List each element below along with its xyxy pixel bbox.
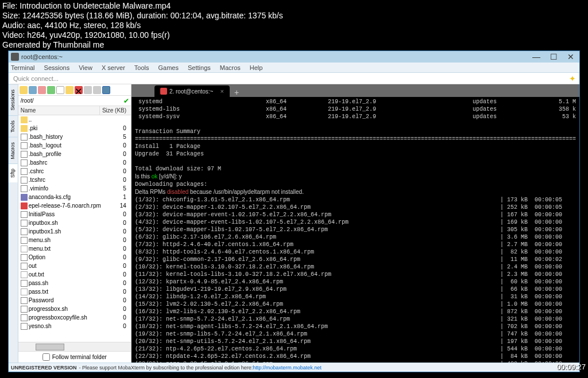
file-icon <box>21 134 28 141</box>
menu-view[interactable]: View <box>79 64 92 71</box>
col-size[interactable]: Size (KB) <box>100 106 131 115</box>
file-row[interactable]: menu.txt0 <box>18 244 131 253</box>
overlay-video: Video: h264, yuv420p, 1920x1080, 10.00 f… <box>2 30 283 40</box>
file-row[interactable]: .bash_profile0 <box>18 150 131 158</box>
maximize-button[interactable]: ☐ <box>545 51 562 63</box>
file-icon <box>21 168 28 175</box>
file-icon <box>21 211 28 218</box>
star-icon[interactable]: ✦ <box>569 74 576 83</box>
file-icon <box>21 177 28 184</box>
terminal-tab-icon <box>160 88 167 95</box>
file-row[interactable]: Password0 <box>18 296 131 305</box>
tab-add-icon[interactable]: + <box>234 88 239 97</box>
file-row[interactable]: anaconda-ks.cfg1 <box>18 193 131 201</box>
terminal[interactable]: systemd x86_64 219-19.el7_2.9 updates 5.… <box>131 97 579 363</box>
path-go-icon[interactable]: ✔ <box>122 97 131 105</box>
file-row[interactable]: .tcshrc0 <box>18 176 131 184</box>
file-row[interactable]: Option0 <box>18 253 131 262</box>
mobaxterm-window: root@centos:~ — ☐ ✕ Terminal Sessions Vi… <box>8 50 580 372</box>
file-icon <box>21 185 28 192</box>
file-icon <box>21 297 28 304</box>
menu-terminal[interactable]: Terminal <box>11 64 35 71</box>
menu-macros[interactable]: Macros <box>220 64 241 71</box>
file-size: 0 <box>103 254 129 260</box>
view-icon[interactable] <box>102 86 110 94</box>
horizontal-scrollbar[interactable] <box>18 342 131 351</box>
file-row[interactable]: inputbox.sh0 <box>18 219 131 227</box>
hidden-icon[interactable] <box>93 86 101 94</box>
file-name: .tcshrc <box>29 177 103 183</box>
delete-icon[interactable]: ✕ <box>75 86 83 94</box>
file-icon <box>21 254 28 261</box>
file-name: inputbox1.sh <box>29 228 103 235</box>
terminal-tab-label: 2. root@centos:~ <box>169 88 214 95</box>
file-size: 0 <box>103 280 129 286</box>
file-row[interactable]: .cshrc0 <box>18 167 131 176</box>
col-name[interactable]: Name <box>18 106 100 115</box>
titlebar[interactable]: root@centos:~ — ☐ ✕ <box>9 51 579 63</box>
file-row[interactable]: out0 <box>18 262 131 270</box>
file-size: 0 <box>103 245 129 252</box>
file-row[interactable]: .bash_logout0 <box>18 141 131 150</box>
menu-settings[interactable]: Settings <box>188 64 211 71</box>
statusbar-link[interactable]: http://mobaxterm.mobatek.net <box>253 365 322 371</box>
file-row[interactable]: out.txt0 <box>18 270 131 279</box>
file-size: 0 <box>103 228 129 235</box>
file-name: .. <box>29 116 103 123</box>
sidebar-tab-tools[interactable]: Tools <box>9 115 18 137</box>
unregistered-label: UNREGISTERED VERSION <box>11 365 77 371</box>
file-name: pass.sh <box>29 280 103 286</box>
file-name: .bashrc <box>29 159 103 166</box>
file-row[interactable]: progressboxcopyfile.sh0 <box>18 313 131 322</box>
file-row[interactable]: .viminfo5 <box>18 184 131 193</box>
file-row[interactable]: epel-release-7-6.noarch.rpm14 <box>18 201 131 210</box>
newfile-icon[interactable] <box>56 86 64 94</box>
file-row[interactable]: .bashrc0 <box>18 158 131 167</box>
file-name: .viminfo <box>29 185 103 192</box>
terminal-tab[interactable]: 2. root@centos:~ × <box>154 85 230 97</box>
refresh-icon[interactable] <box>47 86 55 94</box>
folder-icon[interactable] <box>20 86 28 94</box>
thumbnail-overlay: File: Introduction to Undetectable Malwa… <box>2 1 283 50</box>
file-row[interactable]: menu.sh0 <box>18 236 131 244</box>
rpm-icon <box>21 202 28 209</box>
file-row[interactable]: pass.txt0 <box>18 287 131 296</box>
sh-icon <box>21 228 28 235</box>
minimize-button[interactable]: — <box>528 51 545 63</box>
menu-sessions[interactable]: Sessions <box>44 64 70 71</box>
upload-icon[interactable] <box>29 86 37 94</box>
file-size: 1 <box>103 194 129 200</box>
file-size: 0 <box>103 177 129 183</box>
home-icon[interactable] <box>38 86 46 94</box>
file-size: 0 <box>103 271 129 278</box>
folder-icon <box>21 125 28 132</box>
menu-xserver[interactable]: X server <box>102 64 125 71</box>
file-name: epel-release-7-6.noarch.rpm <box>29 202 103 209</box>
follow-checkbox[interactable] <box>42 353 50 361</box>
menu-games[interactable]: Games <box>158 64 179 71</box>
cfg-icon <box>21 194 28 201</box>
tab-close-icon[interactable]: × <box>220 88 223 95</box>
file-row[interactable]: .pki0 <box>18 124 131 133</box>
file-row[interactable]: .. <box>18 115 131 124</box>
file-row[interactable]: InitialPass0 <box>18 210 131 219</box>
menu-tools[interactable]: Tools <box>134 64 149 71</box>
sh-icon <box>21 220 28 227</box>
file-row[interactable]: .bash_history5 <box>18 133 131 141</box>
sidebar-tab-sessions[interactable]: Sessions <box>9 84 18 115</box>
scrollbar-thumb[interactable] <box>36 344 64 350</box>
search-icon[interactable] <box>84 86 92 94</box>
path-input[interactable] <box>18 96 122 106</box>
file-size: 0 <box>103 263 129 269</box>
quickconnect-bar[interactable]: Quick connect... ✦ <box>9 73 579 84</box>
newfolder-icon[interactable] <box>65 86 74 94</box>
sidebar-tab-macros[interactable]: Macros <box>9 137 18 164</box>
sh-icon <box>21 280 28 287</box>
file-row[interactable]: progressbox.sh0 <box>18 305 131 313</box>
file-row[interactable]: pass.sh0 <box>18 279 131 287</box>
sidebar-tab-sftp[interactable]: Sftp <box>9 163 18 182</box>
close-button[interactable]: ✕ <box>562 51 579 63</box>
file-row[interactable]: inputbox1.sh0 <box>18 227 131 236</box>
menu-help[interactable]: Help <box>250 64 263 71</box>
file-row[interactable]: yesno.sh0 <box>18 322 131 330</box>
